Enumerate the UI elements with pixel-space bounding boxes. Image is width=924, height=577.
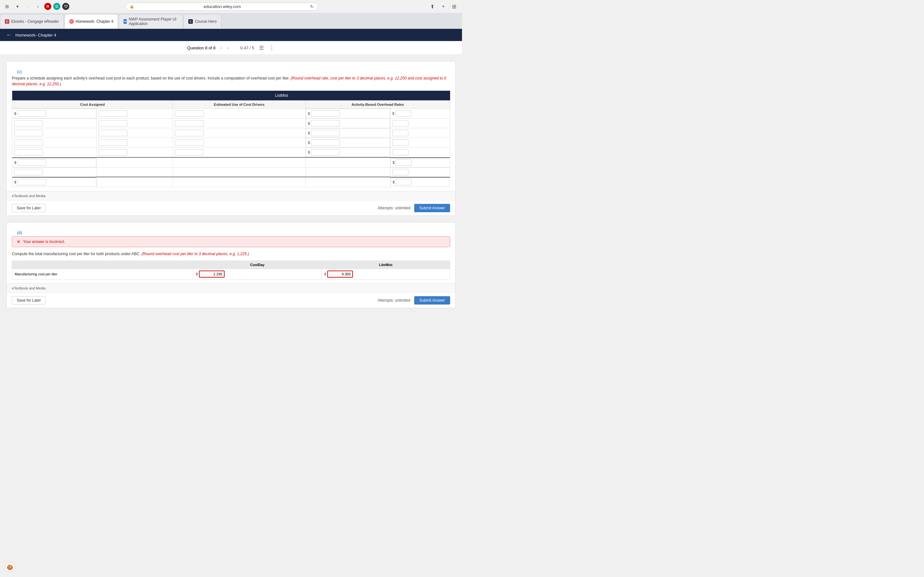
tab-cengage-label: Ebooks - Cengage eReader	[11, 19, 59, 24]
subtotal-col4-input[interactable]	[393, 169, 409, 175]
grandtotal-col4-input[interactable]	[396, 179, 412, 185]
row5-col3-cell: $	[306, 147, 390, 157]
grammarly2-icon: G	[53, 3, 60, 10]
score-badge: 0.47 / 5	[240, 45, 254, 50]
row3-col1b-input[interactable]	[99, 130, 128, 136]
share-icon[interactable]: ⬆	[428, 2, 437, 11]
tab-cengage[interactable]: C Ebooks - Cengage eReader	[0, 14, 64, 29]
row5-col1b-cell	[96, 147, 173, 157]
section-d-submit-button[interactable]: Submit Answer	[414, 296, 450, 305]
coolday-cost-cell: $	[193, 269, 321, 279]
row3-col3-input[interactable]	[311, 130, 340, 136]
app-header-title: Homework- Chapter 4	[15, 33, 56, 37]
litemist-header: LiteMist	[321, 261, 450, 269]
row2-col1-cell	[12, 119, 97, 128]
grandtotal-col1-input[interactable]	[17, 179, 46, 185]
total-col1-cell: $	[12, 157, 96, 167]
question-list-icon[interactable]: ☰	[259, 45, 264, 51]
row4-col2-cell	[173, 138, 305, 147]
section-c-save-button[interactable]: Save for Later	[12, 204, 45, 212]
subtotal-col1-input[interactable]	[14, 169, 43, 175]
grandtotal-empty3	[305, 177, 390, 187]
total-col1-input[interactable]	[17, 159, 46, 166]
row3-col2-input[interactable]	[175, 130, 204, 136]
tab-coursehero[interactable]: C Course Hero	[184, 14, 221, 29]
row1-col2-input[interactable]	[175, 110, 204, 117]
next-question-button[interactable]: ›	[227, 45, 229, 50]
row5-col4-cell	[390, 147, 450, 157]
row2-col1b-input[interactable]	[99, 120, 128, 127]
table-title: ListMist	[173, 91, 391, 101]
tab-nwp[interactable]: W NWP Assessment Player UI Application	[119, 14, 183, 29]
section-c-table: ListMist Cost Assigned Estimated Use of …	[12, 91, 450, 187]
tab-homework[interactable]: H Homework- Chapter 4	[65, 14, 118, 29]
table-main-title-cell	[12, 91, 173, 101]
grid-icon[interactable]: ⊞	[450, 2, 459, 11]
product-table: CoolDay LiteMist Manufacturing cost per …	[12, 261, 450, 279]
row4-col1-input[interactable]	[14, 139, 43, 146]
back-to-homework-button[interactable]: ←	[6, 32, 11, 38]
row5-col1b-input[interactable]	[99, 149, 128, 155]
tab-select[interactable]: ▾	[13, 3, 21, 10]
row1-col3-input[interactable]	[311, 110, 340, 117]
section-d-media-footer: eTextbook and Media	[7, 284, 455, 293]
row1-col1b-input[interactable]	[99, 110, 128, 117]
question-nav: Question 8 of 8 ‹ › 0.47 / 5 ☰ ⋮	[0, 41, 462, 55]
litemist-cost-input[interactable]	[327, 271, 353, 277]
row3-col1-input[interactable]	[14, 130, 43, 136]
table-row: $ $ $	[12, 109, 450, 119]
row1-col4-input[interactable]	[395, 110, 411, 117]
prev-question-button[interactable]: ‹	[221, 45, 222, 50]
row5-col1-input[interactable]	[14, 149, 43, 155]
section-d-save-button[interactable]: Save for Later	[12, 296, 45, 305]
lock-icon: 🔒	[129, 5, 134, 9]
row5-col4-input[interactable]	[393, 149, 409, 155]
grandtotal-empty2	[173, 177, 305, 187]
address-bar[interactable]: 🔒 education.wiley.com ↻	[126, 3, 318, 11]
row2-col3-input[interactable]	[311, 120, 340, 127]
section-c-right-actions: Attempts: unlimited Submit Answer	[378, 204, 450, 212]
total-col2-cell	[173, 157, 305, 168]
row4-col4-input[interactable]	[393, 139, 409, 146]
nwp-favicon: W	[124, 19, 127, 24]
table-row: $	[12, 128, 450, 138]
row4-col2-input[interactable]	[175, 139, 204, 146]
section-d-right-actions: Attempts: unlimited Submit Answer	[378, 296, 450, 305]
litemist-dollar-wrap: $	[325, 271, 447, 277]
row1-col2-cell	[173, 109, 305, 119]
row2-col4-input[interactable]	[393, 120, 409, 127]
row3-col3-cell: $	[306, 128, 390, 138]
coolday-cost-input[interactable]	[199, 271, 225, 277]
row4-col1b-cell	[96, 138, 173, 147]
row5-col2-cell	[173, 147, 305, 157]
section-d-card: (d) ✕ Your answer is incorrect. Compute …	[6, 222, 456, 308]
section-c-submit-button[interactable]: Submit Answer	[414, 204, 450, 212]
row5-col2-input[interactable]	[175, 149, 204, 155]
reload-icon[interactable]: ↻	[310, 4, 314, 9]
row3-col1-cell	[12, 128, 97, 138]
new-tab-icon[interactable]: +	[439, 2, 448, 11]
row1-col1-input[interactable]	[17, 110, 46, 117]
tab-nwp-label: NWP Assessment Player UI Application	[129, 17, 178, 26]
row1-col3-cell: $	[306, 109, 390, 118]
url-text: education.wiley.com	[136, 4, 309, 9]
row4-col1b-input[interactable]	[99, 139, 128, 146]
forward-button[interactable]: ›	[34, 3, 42, 10]
window-controls[interactable]: ⊞	[3, 3, 11, 10]
row3-col4-input[interactable]	[393, 130, 409, 136]
browser-chrome: ⊞ ▾ ‹ › R G 🛡 🔒 education.wiley.com ↻ ⬆ …	[0, 0, 462, 29]
row4-col3-input[interactable]	[311, 139, 340, 146]
back-button[interactable]: ‹	[24, 3, 31, 10]
row2-col2-input[interactable]	[175, 120, 204, 127]
browser-toolbar: ⊞ ▾ ‹ › R G 🛡 🔒 education.wiley.com ↻ ⬆ …	[0, 0, 462, 13]
section-d-italic: (Round overhead cost per liter to 3 deci…	[142, 251, 249, 256]
toolbar-right-icons: ⬆ + ⊞	[428, 2, 459, 11]
row2-col1-input[interactable]	[14, 120, 43, 127]
total-col4-input[interactable]	[396, 159, 412, 166]
coolday-dollar-wrap: $	[196, 271, 318, 277]
row5-col3-input[interactable]	[311, 149, 340, 155]
product-empty-header	[12, 261, 193, 269]
more-options-button[interactable]: ⋮	[269, 44, 275, 51]
grammarly-icon: R	[44, 3, 51, 10]
litemist-cost-cell: $	[321, 269, 450, 279]
